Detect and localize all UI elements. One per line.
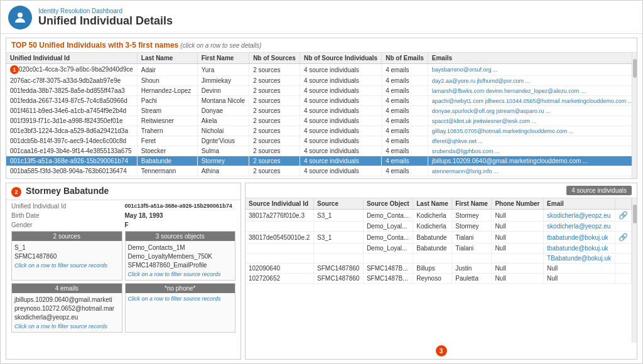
emails-link[interactable]: Click on a row to filter source records	[14, 323, 119, 329]
sources-objects-box: 3 sources objects Demo_Contacts_1M Demo_…	[125, 231, 236, 281]
svg-point-0	[18, 13, 23, 18]
sources-objects-link[interactable]: Click on a row to filter source records	[128, 271, 233, 277]
table-row[interactable]: 38017de05450010e.2S3_1Demo_Conta...Babat…	[246, 232, 632, 244]
col-nb-emails: Nb of Emails	[382, 53, 428, 64]
unified-individuals-table: Unified Individual Id Last Name First Na…	[6, 53, 632, 178]
col-first: First Name	[452, 198, 492, 210]
person-icon	[13, 10, 28, 25]
table-row[interactable]: Demo_Loyal...KodicherlaStormeyNullskodic…	[246, 222, 632, 232]
source-count-badge: 4 source individuals	[566, 186, 632, 195]
link-icon[interactable]: 🔗	[619, 233, 628, 242]
gender-label: Gender	[11, 222, 122, 228]
link-icon[interactable]: 🔗	[619, 211, 628, 220]
col-source-id: Source Individual Id	[246, 198, 314, 210]
table-row[interactable]: 001fedda-2667-3149-87c5-7c4c8a50966dPach…	[6, 96, 632, 106]
right-scrollbar[interactable]	[632, 198, 637, 343]
col-nb-source-ind: Nb of Source Individuals	[300, 53, 381, 64]
top-section-subtitle: (click on a row to see details)	[180, 42, 261, 49]
email-item-2: preynoso.10272.0652@hotmail.mar	[14, 304, 119, 313]
col-nb-sources: Nb of Sources	[249, 53, 300, 64]
table-row[interactable]: 001c13f5-a51a-368e-a926-15b290061b74Baba…	[6, 156, 632, 166]
sources-box: 2 sources S_1 SFMC1487860 Click on a row…	[11, 231, 122, 281]
table-row[interactable]: 001fedda-38b7-3825-8a5e-bd855ff47aa3Hern…	[6, 86, 632, 96]
source-item-2: SFMC1487860	[14, 252, 119, 261]
col-last-name: Last Name	[137, 53, 197, 64]
scrollbar-thumb	[633, 59, 637, 78]
col-emails: Emails	[428, 53, 632, 64]
left-panel: 2 Stormey Babatunde Unified Individual I…	[6, 183, 241, 360]
right-table-body: 38017a2776f010e.3S3_1Demo_Conta...Kodich…	[246, 210, 632, 284]
birth-date-label: Birth Date	[11, 212, 122, 219]
gender-value: F	[125, 222, 236, 228]
source-individuals-table: Source Individual Id Source Source Objec…	[246, 198, 632, 284]
col-source: Source	[314, 198, 364, 210]
source-obj-1: Demo_Contacts_1M	[128, 244, 233, 252]
phone-box: *no phone* Click on a row to filter sour…	[125, 283, 236, 333]
sources-objects-title[interactable]: 3 sources objects	[126, 232, 235, 241]
table-row[interactable]: 102090640SFMC1487860SFMC1487B...BillupsJ…	[246, 264, 632, 274]
person-name: Stormey Babatunde	[26, 186, 109, 196]
emails-content: jbillups.10209.0640@gmail.marketi preyno…	[14, 296, 119, 322]
right-panel: 4 source individuals Source Individual I…	[245, 183, 637, 360]
table-row[interactable]: 1020c0c1-4cca-3c79-a6bc-9ba29d40d9ceAdai…	[6, 64, 632, 76]
sources-link[interactable]: Click on a row to filter source records	[14, 262, 119, 269]
col-phone: Phone Number	[492, 198, 544, 210]
table-row[interactable]: 001b9c7d-d792-3147-8e9d-2d1366f2ca10Zywi…	[6, 176, 632, 179]
top-section-title: TOP 50 Unified Individuals with 3-5 firs…	[11, 41, 178, 50]
detail-badge: 2	[11, 187, 21, 197]
table-header-row: Unified Individual Id Last Name First Na…	[6, 53, 632, 64]
main-content: TOP 50 Unified Individuals with 3-5 firs…	[1, 34, 642, 363]
left-panel-header: 2 Stormey Babatunde	[6, 183, 240, 200]
phone-link[interactable]: Click on a row to filter source records	[128, 296, 233, 302]
top-section-header: TOP 50 Unified Individuals with 3-5 firs…	[6, 38, 637, 53]
table-row[interactable]: 001dcb5b-814f-397c-aec9-14dec6c00c8dFere…	[6, 136, 632, 146]
scrollbar[interactable]	[632, 53, 637, 178]
sources-title[interactable]: 2 sources	[12, 232, 122, 241]
app-subtitle: Identity Resolution Dashboard	[38, 8, 173, 14]
sources-objects-content: Demo_Contacts_1M Demo_LoyaltyMembers_750…	[128, 244, 233, 270]
table-row[interactable]: 001e3bf3-1224-3dca-a529-8d6a29421d3aTrah…	[6, 126, 632, 136]
table-row[interactable]: Demo_Loyal...BabatundeTialaniNulltbabatu…	[246, 244, 632, 254]
uid-value: 001c13f5-a51a-368e-a926-15b290061b74	[125, 203, 236, 210]
col-first-name: First Name	[197, 53, 249, 64]
avatar	[8, 6, 32, 29]
source-obj-2: Demo_LoyaltyMembers_750K	[128, 252, 233, 261]
detail-grid: Unified Individual Id 001c13f5-a51a-368e…	[6, 200, 240, 231]
table-row[interactable]: 102720652SFMC1487860SFMC1487B...ReynosoP…	[246, 274, 632, 284]
table-row[interactable]: 001ba585-f3fd-3e08-904a-763b60136474Tenn…	[6, 166, 632, 176]
sources-content: S_1 SFMC1487860	[14, 244, 119, 261]
table-body: 1020c0c1-4cca-3c79-a6bc-9ba29d40d9ceAdai…	[6, 64, 632, 179]
badge-3: 3	[436, 345, 447, 356]
right-scrollbar-thumb	[633, 205, 637, 223]
header: Identity Resolution Dashboard Unified In…	[1, 1, 642, 34]
source-obj-3: SFMC1487860_EmailProfile	[128, 261, 233, 270]
app-container: Identity Resolution Dashboard Unified In…	[0, 0, 643, 364]
table-row[interactable]: 2076ac-c78f-3075-a33d-9db2aab97e9eShounJ…	[6, 76, 632, 86]
col-unified-id: Unified Individual Id	[6, 53, 137, 64]
email-item-3: skodicherla@yeopz.eu	[14, 313, 119, 322]
top-table-scroll: Unified Individual Id Last Name First Na…	[6, 53, 632, 178]
table-row[interactable]: TBabatunde@bokuj.uk	[246, 254, 632, 264]
table-row[interactable]: 38017a2776f010e.3S3_1Demo_Conta...Kodich…	[246, 210, 632, 222]
top-section: TOP 50 Unified Individuals with 3-5 firs…	[6, 38, 637, 179]
page-title: Unified Individual Details	[38, 14, 173, 28]
col-email: Email	[544, 198, 615, 210]
phone-title[interactable]: *no phone*	[126, 284, 235, 293]
bottom-section: 2 Stormey Babatunde Unified Individual I…	[6, 183, 637, 360]
table-row[interactable]: 001f4611-b9ed-34e6-a1cb-a7454f9e2b4dStre…	[6, 106, 632, 116]
badge3-row: 3	[246, 343, 637, 359]
top-table-wrapper: Unified Individual Id Last Name First Na…	[6, 53, 637, 178]
table-row[interactable]: 001f3919-f71c-3d1e-a998-f824350ef01eReit…	[6, 116, 632, 126]
header-text: Identity Resolution Dashboard Unified In…	[38, 8, 173, 28]
emails-box: 4 emails jbillups.10209.0640@gmail.marke…	[11, 283, 122, 333]
col-source-object: Source Object	[363, 198, 413, 210]
email-item-1: jbillups.10209.0640@gmail.marketi	[14, 296, 119, 304]
table-row[interactable]: 001caa16-e149-3b4e-9f14-4e3855133a675Sto…	[6, 146, 632, 156]
source-item-1: S_1	[14, 244, 119, 252]
right-table-header: Source Individual Id Source Source Objec…	[246, 198, 632, 210]
emails-title[interactable]: 4 emails	[12, 284, 122, 293]
uid-label: Unified Individual Id	[11, 203, 122, 210]
col-actions	[615, 198, 631, 210]
info-boxes: 2 sources S_1 SFMC1487860 Click on a row…	[6, 231, 240, 335]
col-last: Last Name	[413, 198, 452, 210]
